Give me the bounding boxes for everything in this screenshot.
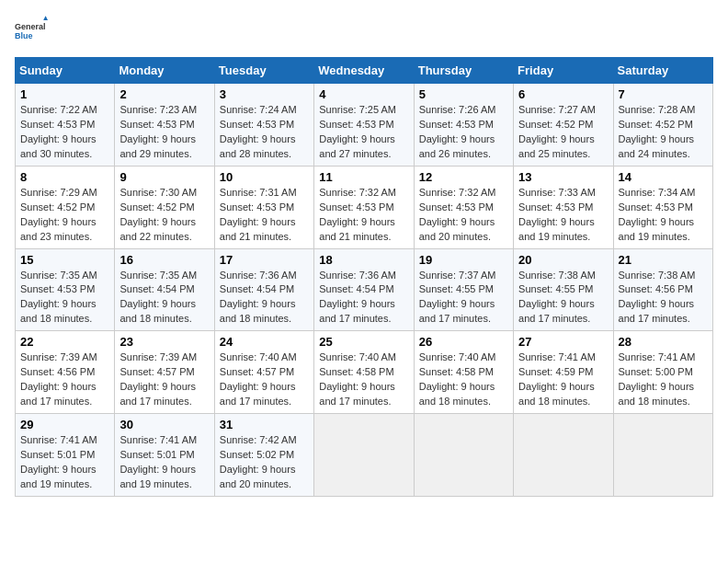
calendar-cell: 19Sunrise: 7:37 AMSunset: 4:55 PMDayligh… <box>414 248 513 331</box>
day-number: 2 <box>119 87 209 101</box>
day-number: 6 <box>518 87 608 101</box>
day-number: 4 <box>319 87 408 101</box>
day-number: 9 <box>119 170 209 184</box>
day-number: 16 <box>119 253 209 267</box>
weekday-header: Saturday <box>613 58 712 84</box>
day-detail: Sunrise: 7:27 AMSunset: 4:52 PMDaylight:… <box>518 103 608 162</box>
calendar-cell: 3Sunrise: 7:24 AMSunset: 4:53 PMDaylight… <box>214 84 313 167</box>
day-number: 28 <box>619 335 708 349</box>
day-number: 31 <box>220 418 309 431</box>
calendar-week-row: 15Sunrise: 7:35 AMSunset: 4:53 PMDayligh… <box>16 248 713 331</box>
day-number: 14 <box>619 170 708 184</box>
calendar-cell: 7Sunrise: 7:28 AMSunset: 4:52 PMDaylight… <box>613 84 712 167</box>
day-detail: Sunrise: 7:32 AMSunset: 4:53 PMDaylight:… <box>419 186 508 245</box>
day-detail: Sunrise: 7:37 AMSunset: 4:55 PMDaylight:… <box>419 269 508 327</box>
calendar-cell: 10Sunrise: 7:31 AMSunset: 4:53 PMDayligh… <box>214 166 313 248</box>
day-detail: Sunrise: 7:23 AMSunset: 4:53 PMDaylight:… <box>119 103 209 162</box>
calendar-cell <box>314 414 414 497</box>
day-detail: Sunrise: 7:38 AMSunset: 4:56 PMDaylight:… <box>619 269 708 327</box>
calendar-cell: 26Sunrise: 7:40 AMSunset: 4:58 PMDayligh… <box>414 331 513 414</box>
day-detail: Sunrise: 7:38 AMSunset: 4:55 PMDaylight:… <box>518 269 608 327</box>
calendar-cell <box>514 414 613 497</box>
day-detail: Sunrise: 7:34 AMSunset: 4:53 PMDaylight:… <box>619 186 708 245</box>
svg-text:General: General <box>15 22 46 31</box>
calendar-week-row: 22Sunrise: 7:39 AMSunset: 4:56 PMDayligh… <box>16 331 713 414</box>
day-detail: Sunrise: 7:35 AMSunset: 4:54 PMDaylight:… <box>119 269 209 327</box>
calendar-cell: 15Sunrise: 7:35 AMSunset: 4:53 PMDayligh… <box>16 248 115 331</box>
day-detail: Sunrise: 7:35 AMSunset: 4:53 PMDaylight:… <box>20 269 109 327</box>
day-detail: Sunrise: 7:40 AMSunset: 4:57 PMDaylight:… <box>220 350 309 409</box>
day-detail: Sunrise: 7:33 AMSunset: 4:53 PMDaylight:… <box>518 186 608 245</box>
calendar-cell: 11Sunrise: 7:32 AMSunset: 4:53 PMDayligh… <box>314 166 414 248</box>
calendar-cell: 30Sunrise: 7:41 AMSunset: 5:01 PMDayligh… <box>115 414 214 497</box>
day-detail: Sunrise: 7:40 AMSunset: 4:58 PMDaylight:… <box>419 350 508 409</box>
day-detail: Sunrise: 7:41 AMSunset: 4:59 PMDaylight:… <box>518 350 608 409</box>
day-detail: Sunrise: 7:30 AMSunset: 4:52 PMDaylight:… <box>119 186 209 245</box>
svg-text:Blue: Blue <box>15 31 33 40</box>
header-row: SundayMondayTuesdayWednesdayThursdayFrid… <box>16 58 713 84</box>
day-number: 21 <box>619 253 708 267</box>
calendar-week-row: 1Sunrise: 7:22 AMSunset: 4:53 PMDaylight… <box>16 84 713 167</box>
calendar-cell: 25Sunrise: 7:40 AMSunset: 4:58 PMDayligh… <box>314 331 414 414</box>
calendar-cell: 22Sunrise: 7:39 AMSunset: 4:56 PMDayligh… <box>16 331 115 414</box>
day-detail: Sunrise: 7:24 AMSunset: 4:53 PMDaylight:… <box>220 103 309 162</box>
day-number: 17 <box>220 253 309 267</box>
calendar-cell: 20Sunrise: 7:38 AMSunset: 4:55 PMDayligh… <box>514 248 613 331</box>
weekday-header: Sunday <box>16 58 115 84</box>
day-number: 11 <box>319 170 408 184</box>
day-detail: Sunrise: 7:28 AMSunset: 4:52 PMDaylight:… <box>619 103 708 162</box>
day-detail: Sunrise: 7:41 AMSunset: 5:00 PMDaylight:… <box>619 350 708 409</box>
day-number: 24 <box>220 335 309 349</box>
day-detail: Sunrise: 7:32 AMSunset: 4:53 PMDaylight:… <box>319 186 408 245</box>
calendar-cell: 2Sunrise: 7:23 AMSunset: 4:53 PMDaylight… <box>115 84 214 167</box>
calendar-cell: 8Sunrise: 7:29 AMSunset: 4:52 PMDaylight… <box>16 166 115 248</box>
day-detail: Sunrise: 7:39 AMSunset: 4:57 PMDaylight:… <box>119 350 209 409</box>
day-number: 1 <box>20 87 109 101</box>
calendar-cell: 27Sunrise: 7:41 AMSunset: 4:59 PMDayligh… <box>514 331 613 414</box>
day-number: 30 <box>119 418 209 431</box>
calendar-cell: 1Sunrise: 7:22 AMSunset: 4:53 PMDaylight… <box>16 84 115 167</box>
day-number: 7 <box>619 87 708 101</box>
calendar-cell: 4Sunrise: 7:25 AMSunset: 4:53 PMDaylight… <box>314 84 414 167</box>
calendar-cell: 24Sunrise: 7:40 AMSunset: 4:57 PMDayligh… <box>214 331 313 414</box>
calendar-cell <box>414 414 513 497</box>
day-number: 26 <box>419 335 508 349</box>
day-number: 22 <box>20 335 109 349</box>
logo-icon: General Blue <box>15 15 48 48</box>
svg-marker-2 <box>43 16 48 20</box>
day-number: 8 <box>20 170 109 184</box>
calendar-week-row: 8Sunrise: 7:29 AMSunset: 4:52 PMDaylight… <box>16 166 713 248</box>
day-detail: Sunrise: 7:31 AMSunset: 4:53 PMDaylight:… <box>220 186 309 245</box>
calendar-cell: 16Sunrise: 7:35 AMSunset: 4:54 PMDayligh… <box>115 248 214 331</box>
page-header: General Blue <box>15 15 713 48</box>
day-detail: Sunrise: 7:25 AMSunset: 4:53 PMDaylight:… <box>319 103 408 162</box>
day-detail: Sunrise: 7:39 AMSunset: 4:56 PMDaylight:… <box>20 350 109 409</box>
calendar-cell: 31Sunrise: 7:42 AMSunset: 5:02 PMDayligh… <box>214 414 313 497</box>
calendar-cell: 29Sunrise: 7:41 AMSunset: 5:01 PMDayligh… <box>16 414 115 497</box>
day-number: 3 <box>220 87 309 101</box>
day-detail: Sunrise: 7:22 AMSunset: 4:53 PMDaylight:… <box>20 103 109 162</box>
calendar-cell: 17Sunrise: 7:36 AMSunset: 4:54 PMDayligh… <box>214 248 313 331</box>
weekday-header: Monday <box>115 58 214 84</box>
day-number: 10 <box>220 170 309 184</box>
day-number: 19 <box>419 253 508 267</box>
calendar-cell: 28Sunrise: 7:41 AMSunset: 5:00 PMDayligh… <box>613 331 712 414</box>
day-number: 25 <box>319 335 408 349</box>
logo: General Blue <box>15 15 48 48</box>
day-detail: Sunrise: 7:29 AMSunset: 4:52 PMDaylight:… <box>20 186 109 245</box>
day-number: 23 <box>119 335 209 349</box>
calendar-cell: 18Sunrise: 7:36 AMSunset: 4:54 PMDayligh… <box>314 248 414 331</box>
day-detail: Sunrise: 7:41 AMSunset: 5:01 PMDaylight:… <box>119 433 209 492</box>
calendar-cell: 9Sunrise: 7:30 AMSunset: 4:52 PMDaylight… <box>115 166 214 248</box>
calendar-cell: 6Sunrise: 7:27 AMSunset: 4:52 PMDaylight… <box>514 84 613 167</box>
day-number: 13 <box>518 170 608 184</box>
calendar-cell: 23Sunrise: 7:39 AMSunset: 4:57 PMDayligh… <box>115 331 214 414</box>
calendar-cell <box>613 414 712 497</box>
calendar-cell: 5Sunrise: 7:26 AMSunset: 4:53 PMDaylight… <box>414 84 513 167</box>
day-detail: Sunrise: 7:26 AMSunset: 4:53 PMDaylight:… <box>419 103 508 162</box>
calendar-cell: 21Sunrise: 7:38 AMSunset: 4:56 PMDayligh… <box>613 248 712 331</box>
calendar-cell: 14Sunrise: 7:34 AMSunset: 4:53 PMDayligh… <box>613 166 712 248</box>
day-detail: Sunrise: 7:36 AMSunset: 4:54 PMDaylight:… <box>319 269 408 327</box>
day-number: 15 <box>20 253 109 267</box>
weekday-header: Wednesday <box>314 58 414 84</box>
